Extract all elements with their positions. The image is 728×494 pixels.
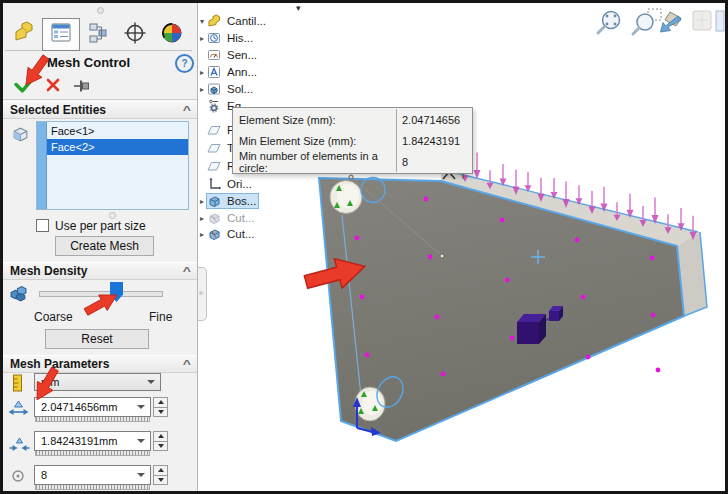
plane-icon [207,123,222,137]
pin-icon[interactable] [73,79,93,93]
face-selection-cube-icon [11,125,30,144]
ok-check-icon[interactable] [14,74,37,93]
tab-configurationmanager[interactable] [79,18,117,51]
list-resize-handle[interactable] [109,212,116,219]
tree-item-solid-bodies[interactable]: ▸ Sol... [197,81,255,97]
tree-item-front-plane[interactable]: F [197,122,236,138]
manager-tab-bar [5,17,192,51]
configurationmanager-icon [86,21,110,49]
tree-item-annotations[interactable]: ▸ Ann... [197,64,259,80]
collapse-chevron-icon[interactable]: ^ [183,359,191,370]
element-size-thumbwheel[interactable] [35,417,150,422]
tree-item-boss-extrude[interactable]: ▸ Bos... [197,193,258,209]
part-icon [207,14,222,28]
spin-down-icon[interactable] [153,476,168,486]
fixture-hole-top [330,181,362,214]
panel-splitter-handle[interactable] [197,267,207,321]
view-settings-icon[interactable] [716,11,724,31]
selected-entities-list: Face<1> Face<2> [36,121,189,210]
min-element-size-thumbwheel[interactable] [35,451,150,456]
panel-grip-dot[interactable] [97,7,104,14]
reset-button[interactable]: Reset [45,329,149,349]
dimxpert-target-icon [123,21,147,49]
tree-expander[interactable]: ▸ [197,34,207,43]
list-item-face2[interactable]: Face<2> [47,139,188,155]
tree-item-cut-extrude-suppressed[interactable]: ▸ Cut... [197,210,256,226]
elements-in-circle-icon [11,469,25,483]
create-mesh-button[interactable]: Create Mesh [55,236,154,256]
min-element-size-icon [8,435,31,455]
tree-item-cut-extrude[interactable]: ▸ Cut... [197,226,256,242]
tree-expander[interactable]: ▾ [197,17,207,26]
group-header-mesh-density[interactable]: Mesh Density ^ [3,262,197,280]
list-item-face1[interactable]: Face<1> [47,123,188,139]
selected-tree-item-highlight: Bos... [207,194,258,208]
zoom-to-fit-icon[interactable] [598,12,620,34]
graphics-area[interactable]: ▾ ▾ Cantil... ▸ His... Sen... ▸ Ann... [197,3,725,491]
spin-up-icon[interactable] [153,431,168,442]
tree-expander[interactable]: ▸ [197,214,207,223]
tree-item-sensors[interactable]: Sen... [197,47,259,63]
min-elements-circle-value: 8 [41,469,47,481]
divider [3,99,197,100]
help-icon[interactable]: ? [175,54,194,73]
unit-value: mm [41,376,59,388]
collapse-chevron-icon[interactable]: ^ [183,266,191,277]
tab-dimxpertmanager[interactable] [116,18,154,51]
element-size-value: 2.04714656mm [41,401,117,413]
tree-collapse-arrow[interactable]: ▾ [296,3,301,13]
tooltip-value: 8 [396,151,472,172]
tree-expander[interactable]: ▸ [197,85,207,94]
slider-coarse-label: Coarse [34,310,73,324]
tree-expander[interactable]: ▸ [197,197,207,206]
tab-displaymanager[interactable] [153,18,191,51]
min-element-size-field[interactable]: 1.84243191mm [34,431,151,451]
spin-down-icon[interactable] [153,408,168,418]
min-element-size-spinner[interactable] [153,431,168,451]
collapse-chevron-icon[interactable]: ^ [183,105,191,116]
mesh-density-slider-handle[interactable] [110,282,123,302]
mesh-density-slider-track[interactable] [39,291,163,297]
section-view-icon[interactable] [693,11,711,30]
cancel-x-icon[interactable] [46,78,60,92]
spin-down-icon[interactable] [153,442,168,452]
spin-up-icon[interactable] [153,397,168,408]
solid-bodies-folder-icon [207,82,222,96]
displaymanager-sphere-icon [160,21,184,49]
mesh-density-cubes-icon [9,284,28,303]
tooltip-label: Element Size (mm): [233,114,396,126]
spin-up-icon[interactable] [153,465,168,476]
tab-featuremanager[interactable] [5,18,43,51]
sensors-folder-icon [207,48,222,62]
min-elements-circle-field[interactable]: 8 [34,465,151,485]
min-elements-circle-spinner[interactable] [153,465,168,485]
dropdown-chevron-icon [137,405,145,409]
propertymanager-icon [49,21,73,49]
tree-item-origin[interactable]: Ori... [197,176,254,192]
viewport-scene [197,3,725,491]
tree-expander[interactable]: ▸ [197,68,207,77]
group-header-selected-entities[interactable]: Selected Entities ^ [3,101,197,119]
featuremanager-part-icon [12,21,36,49]
dropdown-chevron-icon [147,380,155,384]
group-header-mesh-parameters[interactable]: Mesh Parameters ^ [3,355,197,373]
history-folder-icon [207,31,222,45]
tree-item-history[interactable]: ▸ His... [197,30,255,46]
min-elements-circle-thumbwheel[interactable] [35,485,150,490]
heads-up-toolbar [598,9,724,34]
use-per-part-size-checkbox[interactable] [36,219,49,232]
tree-expander[interactable]: ▸ [197,230,207,239]
group-title: Selected Entities [10,103,106,117]
property-manager-panel: Mesh Control ? Selected Entities ^ Face<… [3,3,198,491]
unit-dropdown[interactable]: mm [34,373,161,391]
tab-propertymanager[interactable] [42,18,80,51]
previous-view-icon[interactable] [661,12,682,32]
tooltip-label: Min Element Size (mm): [233,135,396,147]
tooltip-value: 2.04714656 [396,109,472,130]
element-size-spinner[interactable] [153,397,168,417]
zoom-to-area-icon[interactable] [633,9,661,34]
element-size-field[interactable]: 2.04714656mm [34,397,151,417]
tree-item-part[interactable]: ▾ Cantil... [197,13,268,29]
selection-list-strip [37,122,47,209]
tree-item-top-plane[interactable]: T [197,140,236,156]
